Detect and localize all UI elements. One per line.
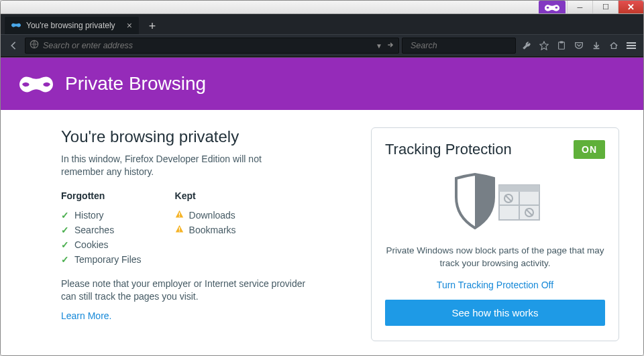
- downloads-icon[interactable]: [588, 37, 604, 54]
- list-item: Downloads: [175, 208, 236, 223]
- search-bar[interactable]: [402, 38, 516, 54]
- svg-rect-4: [178, 213, 179, 215]
- mask-icon: [19, 74, 53, 94]
- private-mode-indicator: [539, 1, 566, 13]
- tab-strip: You're browsing privately × +: [1, 14, 643, 34]
- check-icon: ✓: [61, 254, 69, 265]
- new-tab-button[interactable]: +: [143, 18, 162, 34]
- learn-more-link[interactable]: Learn More.: [61, 310, 111, 321]
- clipboard-icon[interactable]: [553, 37, 570, 54]
- tracking-illustration: [385, 168, 605, 235]
- tracking-protection-panel: Tracking Protection ON: [371, 127, 619, 341]
- turn-off-link[interactable]: Turn Tracking Protection Off: [385, 280, 605, 290]
- window-minimize-button[interactable]: ─: [567, 1, 592, 13]
- navigation-toolbar: ▼: [1, 34, 643, 57]
- left-column: You're browsing privately In this window…: [61, 127, 351, 341]
- svg-rect-7: [178, 231, 179, 231]
- list-item: ✓Cookies: [61, 237, 142, 252]
- urlbar-dropdown-icon[interactable]: ▼: [376, 42, 382, 50]
- status-badge: ON: [574, 140, 605, 159]
- forgotten-column: Forgotten ✓History ✓Searches ✓Cookies ✓T…: [61, 190, 142, 267]
- content-columns: You're browsing privately In this window…: [1, 110, 643, 355]
- private-tab-icon: [11, 21, 21, 31]
- forgotten-heading: Forgotten: [61, 190, 142, 201]
- panel-heading: Tracking Protection: [385, 141, 512, 158]
- list-item: ✓History: [61, 208, 142, 223]
- see-how-button[interactable]: See how this works: [385, 300, 605, 326]
- devtools-icon[interactable]: [519, 37, 535, 54]
- hero-title: Private Browsing: [65, 73, 206, 95]
- svg-rect-9: [499, 185, 539, 192]
- content-viewport: Private Browsing You're browsing private…: [1, 57, 643, 355]
- list-item: ✓Searches: [61, 223, 142, 237]
- window-maximize-button[interactable]: ☐: [592, 1, 618, 13]
- home-icon[interactable]: [606, 37, 622, 54]
- globe-icon: [30, 40, 39, 52]
- hero-banner: Private Browsing: [1, 58, 643, 110]
- page-heading: You're browsing privately: [61, 127, 351, 146]
- go-arrow-icon[interactable]: [386, 40, 394, 52]
- panel-description: Private Windows now block parts of the p…: [385, 245, 605, 270]
- check-icon: ✓: [61, 239, 69, 250]
- url-input[interactable]: [43, 41, 372, 50]
- list-item: Bookmarks: [175, 223, 236, 237]
- disclaimer-note: Please note that your employer or Intern…: [61, 278, 316, 303]
- url-bar[interactable]: ▼: [25, 38, 399, 54]
- menu-hamburger-icon[interactable]: [623, 37, 639, 54]
- bookmark-star-icon[interactable]: [536, 37, 552, 54]
- kept-column: Kept Downloads Bookmarks: [175, 190, 236, 267]
- svg-rect-3: [560, 42, 563, 43]
- window-close-button[interactable]: ✕: [618, 1, 643, 13]
- svg-rect-6: [178, 227, 179, 230]
- tab-title: You're browsing privately: [26, 21, 121, 30]
- toolbar-icons: [519, 37, 639, 54]
- browser-tab[interactable]: You're browsing privately ×: [5, 17, 139, 34]
- search-input[interactable]: [411, 41, 517, 50]
- browser-window: ─ ☐ ✕ You're browsing privately × + ▼: [0, 0, 644, 356]
- kept-heading: Kept: [175, 190, 236, 201]
- os-titlebar: ─ ☐ ✕: [1, 1, 643, 14]
- warning-icon: [175, 225, 184, 235]
- warning-icon: [175, 210, 184, 221]
- pocket-icon[interactable]: [571, 37, 587, 54]
- check-icon: ✓: [61, 210, 69, 221]
- intro-text: In this window, Firefox Developer Editio…: [61, 153, 303, 178]
- svg-rect-5: [178, 216, 179, 217]
- tab-close-button[interactable]: ×: [127, 21, 132, 30]
- list-item: ✓Temporary Files: [61, 252, 142, 267]
- check-icon: ✓: [61, 225, 69, 235]
- back-button[interactable]: [5, 37, 22, 54]
